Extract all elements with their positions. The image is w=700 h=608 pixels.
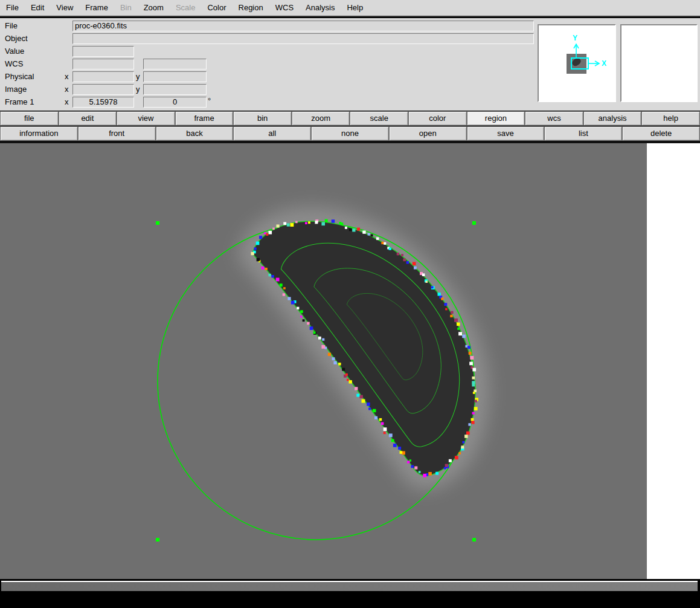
image-label: Image <box>5 84 65 95</box>
panner-x-axis-label: X <box>602 59 606 68</box>
frame-label: Frame 1 <box>5 97 65 108</box>
bottom-strip <box>0 579 700 608</box>
panner[interactable]: Y X <box>538 24 616 102</box>
menu-bar: File Edit View Frame Bin Zoom Scale Colo… <box>0 0 700 17</box>
button-wcs[interactable]: wcs <box>525 111 583 126</box>
ds9-window: File Edit View Frame Bin Zoom Scale Colo… <box>0 0 700 608</box>
button-back[interactable]: back <box>156 126 234 141</box>
value-label: Value <box>5 46 65 57</box>
button-delete[interactable]: delete <box>622 126 700 141</box>
object-label: Object <box>5 33 65 44</box>
menu-bin: Bin <box>114 0 138 16</box>
menu-help[interactable]: Help <box>341 0 369 16</box>
object-field[interactable] <box>72 33 534 44</box>
image-canvas[interactable] <box>0 143 647 579</box>
image-x-label: x <box>65 84 71 95</box>
value-field[interactable] <box>72 46 134 57</box>
button-analysis[interactable]: analysis <box>583 111 642 126</box>
menu-file[interactable]: File <box>0 0 25 16</box>
button-save[interactable]: save <box>467 126 545 141</box>
physical-x-field[interactable] <box>72 71 134 82</box>
image-y-field[interactable] <box>143 84 207 95</box>
menu-scale: Scale <box>170 0 202 16</box>
image-y-label: y <box>136 84 142 95</box>
button-information[interactable]: information <box>0 126 78 141</box>
button-zoom[interactable]: zoom <box>292 111 350 126</box>
toolbar-secondary: information front back all none open sav… <box>0 126 700 141</box>
button-file[interactable]: file <box>0 111 59 126</box>
button-list[interactable]: list <box>544 126 622 141</box>
frame-x-label: x <box>65 97 71 108</box>
menu-analysis[interactable]: Analysis <box>300 0 341 16</box>
physical-y-label: y <box>136 71 142 82</box>
panner-view-rect[interactable] <box>571 57 589 70</box>
frame-zoom-field[interactable]: 5.15978 <box>72 97 134 108</box>
menu-wcs[interactable]: WCS <box>269 0 300 16</box>
toolbar-primary: file edit view frame bin zoom scale colo… <box>0 111 700 126</box>
button-front[interactable]: front <box>78 126 156 141</box>
magnifier <box>620 24 698 102</box>
button-region[interactable]: region <box>467 111 525 126</box>
button-help[interactable]: help <box>641 111 700 126</box>
physical-label: Physical <box>5 71 65 82</box>
file-field[interactable]: proc-e0360.fits <box>72 21 534 31</box>
menu-color[interactable]: Color <box>201 0 232 16</box>
file-label: File <box>5 21 65 31</box>
button-view[interactable]: view <box>117 111 175 126</box>
button-color[interactable]: color <box>408 111 467 126</box>
menu-zoom[interactable]: Zoom <box>138 0 170 16</box>
image-x-field[interactable] <box>72 84 134 95</box>
wcs-label: WCS <box>5 59 65 70</box>
button-scale[interactable]: scale <box>350 111 408 126</box>
menu-edit[interactable]: Edit <box>25 0 50 16</box>
button-open[interactable]: open <box>389 126 467 141</box>
canvas-right-gutter <box>647 143 700 579</box>
menu-view[interactable]: View <box>50 0 79 16</box>
wcs-y-field[interactable] <box>143 59 207 70</box>
physical-y-field[interactable] <box>143 71 207 82</box>
button-all[interactable]: all <box>233 126 311 141</box>
button-none[interactable]: none <box>311 126 389 141</box>
button-edit[interactable]: edit <box>59 111 117 126</box>
wcs-x-field[interactable] <box>72 59 134 70</box>
button-bin[interactable]: bin <box>233 111 292 126</box>
fits-image <box>0 143 647 579</box>
frame-angle-field[interactable]: 0 <box>143 97 207 108</box>
button-frame[interactable]: frame <box>175 111 234 126</box>
colorbar[interactable] <box>1 581 698 591</box>
frame-angle-unit: ° <box>208 95 214 106</box>
menu-frame[interactable]: Frame <box>79 0 114 16</box>
physical-x-label: x <box>65 71 71 82</box>
menu-region[interactable]: Region <box>233 0 269 16</box>
panner-y-axis-label: Y <box>573 34 577 42</box>
